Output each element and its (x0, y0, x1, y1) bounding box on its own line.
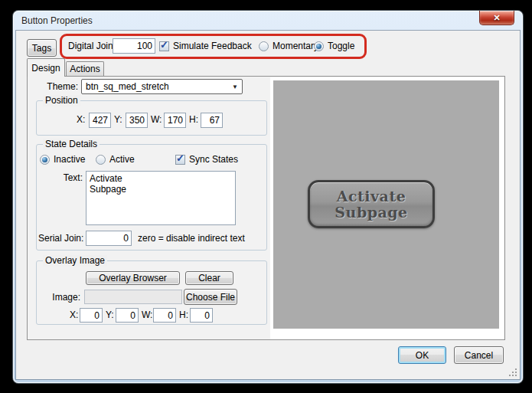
tags-button[interactable]: Tags (27, 39, 57, 57)
overlay-y-label: Y: (106, 309, 114, 321)
overlay-h-input[interactable] (190, 308, 213, 323)
simulate-feedback-checkbox[interactable]: ✓ (159, 41, 169, 51)
text-label: Text: (37, 172, 83, 184)
tab-actions[interactable]: Actions (66, 61, 104, 76)
state-details-group-title: State Details (43, 139, 100, 150)
preview-button-text-line1: Activate (337, 188, 406, 205)
serial-join-label: Serial Join: (38, 233, 83, 244)
window-title: Button Properties (21, 15, 93, 26)
theme-dropdown[interactable]: btn_sq_med_stretch ▼ (81, 79, 243, 94)
position-y-label: Y: (114, 114, 122, 126)
position-w-label: W: (151, 114, 162, 126)
close-button[interactable]: ✕ (479, 11, 514, 25)
overlay-image-group-title: Overlay Image (43, 255, 107, 267)
preview-button-text-line2: Subpage (335, 205, 407, 221)
position-h-input[interactable] (201, 113, 223, 128)
image-label: Image: (37, 292, 80, 303)
position-h-label: H: (189, 114, 198, 126)
position-x-label: X: (77, 114, 85, 126)
position-group-title: Position (43, 95, 80, 106)
close-icon: ✕ (493, 14, 500, 22)
cancel-button[interactable]: Cancel (454, 346, 504, 364)
overlay-browser-button[interactable]: Overlay Browser (86, 271, 180, 285)
overlay-h-label: H: (179, 309, 188, 321)
preview-button[interactable]: Activate Subpage (308, 180, 435, 228)
digital-join-label: Digital Join: (68, 41, 116, 52)
choose-file-button-label: Choose File (186, 292, 235, 303)
serial-join-input[interactable] (86, 231, 132, 246)
chevron-down-icon: ▼ (228, 84, 242, 90)
sync-states-checkbox[interactable]: ✓ (175, 155, 185, 165)
position-y-input[interactable] (126, 113, 148, 128)
active-radio[interactable] (96, 155, 106, 165)
preview-canvas: Activate Subpage (273, 80, 499, 329)
overlay-browser-button-label: Overlay Browser (99, 273, 167, 283)
ok-button[interactable]: OK (398, 346, 446, 364)
preview-panel: Activate Subpage (270, 77, 504, 339)
overlay-x-input[interactable] (80, 308, 103, 323)
tab-design-label: Design (31, 63, 60, 74)
momentary-label: Momentary (273, 41, 318, 52)
choose-file-button[interactable]: Choose File (184, 289, 237, 305)
overlay-w-label: W: (142, 309, 152, 321)
position-w-input[interactable] (164, 113, 186, 128)
sync-states-label: Sync States (189, 154, 238, 165)
button-properties-dialog: Button Properties ✕ Tags Digital Join: ✓… (13, 11, 523, 383)
button-text-textarea[interactable]: Activate Subpage (86, 171, 236, 225)
momentary-radio[interactable] (259, 41, 269, 51)
title-bar[interactable]: Button Properties ✕ (13, 11, 523, 31)
digital-join-input[interactable] (113, 38, 155, 54)
theme-label: Theme: (28, 81, 78, 93)
dialog-client-area: Tags Digital Join: ✓ Simulate Feedback M… (16, 31, 520, 379)
inactive-label: Inactive (54, 154, 85, 165)
position-group: Position X: Y: W: H: (36, 100, 267, 136)
check-icon: ✓ (176, 153, 184, 163)
position-x-input[interactable] (89, 113, 111, 128)
toggle-radio[interactable] (314, 41, 324, 51)
serial-join-hint: zero = disable indirect text (138, 233, 245, 244)
tags-button-label: Tags (32, 43, 51, 54)
active-label: Active (109, 154, 135, 165)
clear-button[interactable]: Clear (185, 271, 233, 285)
resize-grip[interactable] (508, 367, 517, 377)
state-details-group: State Details Inactive Active ✓ Sync Sta… (36, 144, 267, 251)
tab-actions-label: Actions (70, 64, 100, 74)
clear-button-label: Clear (198, 273, 220, 283)
overlay-image-group: Overlay Image Overlay Browser Clear Imag… (36, 260, 267, 325)
toggle-label: Toggle (328, 41, 354, 52)
ok-button-label: OK (416, 350, 429, 361)
simulate-feedback-label: Simulate Feedback (173, 41, 252, 52)
design-tab-page: Theme: btn_sq_med_stretch ▼ Position X: … (27, 76, 505, 340)
tab-design[interactable]: Design (27, 58, 65, 77)
inactive-radio[interactable] (40, 155, 50, 165)
overlay-y-input[interactable] (116, 308, 139, 323)
image-path-input (84, 290, 182, 304)
overlay-w-input[interactable] (153, 308, 176, 323)
check-icon: ✓ (160, 40, 168, 50)
screenshot-stage: Button Properties ✕ Tags Digital Join: ✓… (0, 0, 532, 393)
cancel-button-label: Cancel (465, 350, 493, 361)
theme-dropdown-value: btn_sq_med_stretch (82, 81, 228, 92)
overlay-x-label: X: (70, 309, 78, 321)
